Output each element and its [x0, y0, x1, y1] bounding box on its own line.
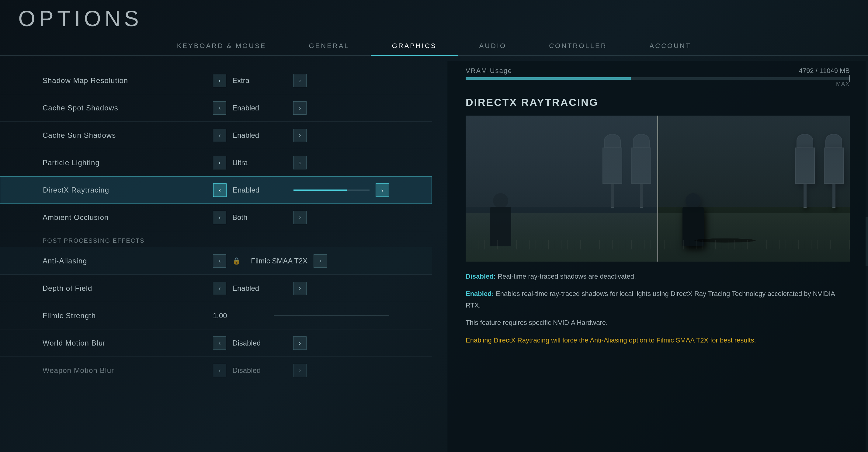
settings-row-particle-lighting: Particle Lighting ‹ Ultra › — [0, 149, 432, 176]
settings-list: Shadow Map Resolution ‹ Extra › Cache Sp… — [0, 61, 432, 390]
page-title: OPTIONS — [18, 6, 142, 31]
settings-row-anti-aliasing: Anti-Aliasing ‹ 🔒 Filmic SMAA T2X › — [0, 247, 432, 275]
cache-sun-shadows-label: Cache Sun Shadows — [42, 131, 213, 140]
directx-raytracing-progress — [293, 189, 370, 191]
tab-account[interactable]: ACCOUNT — [628, 36, 713, 55]
settings-row-world-motion-blur: World Motion Blur ‹ Disabled › — [0, 329, 432, 357]
vram-bar-track — [466, 77, 850, 80]
settings-row-ambient-occlusion: Ambient Occlusion ‹ Both › — [0, 204, 432, 231]
directx-raytracing-section-title: DIRECTX RAYTRACING — [466, 96, 850, 108]
settings-row-cache-spot-shadows: Cache Spot Shadows ‹ Enabled › — [0, 94, 432, 122]
world-motion-blur-current: Disabled — [232, 339, 287, 348]
filmic-strength-slider[interactable] — [274, 315, 389, 316]
desc-disabled-block: Disabled: Real-time ray-traced shadows a… — [466, 271, 850, 282]
ambient-occlusion-value: ‹ Both › — [213, 211, 389, 224]
anti-aliasing-value: ‹ 🔒 Filmic SMAA T2X › — [213, 254, 389, 268]
weapon-motion-blur-value: ‹ Disabled › — [213, 364, 389, 377]
weapon-motion-blur-label: Weapon Motion Blur — [42, 366, 213, 375]
settings-row-shadow-map-resolution: Shadow Map Resolution ‹ Extra › — [0, 67, 432, 94]
settings-row-directx-raytracing[interactable]: DirectX Raytracing ‹ Enabled › — [0, 176, 432, 204]
depth-of-field-label: Depth of Field — [42, 284, 213, 293]
anti-aliasing-prev-btn[interactable]: ‹ — [213, 254, 226, 268]
directx-raytracing-value: ‹ Enabled › — [213, 183, 389, 197]
ambient-occlusion-label: Ambient Occlusion — [42, 213, 213, 222]
desc-note: Enabling DirectX Raytracing will force t… — [466, 335, 850, 346]
depth-of-field-value: ‹ Enabled › — [213, 282, 389, 295]
world-motion-blur-label: World Motion Blur — [42, 339, 213, 348]
comp-left-scene — [466, 116, 657, 262]
cache-spot-shadows-current: Enabled — [232, 104, 287, 112]
comp-right-scene — [658, 116, 850, 262]
world-motion-blur-prev-btn[interactable]: ‹ — [213, 336, 226, 350]
ambient-occlusion-next-btn[interactable]: › — [293, 211, 307, 224]
tab-keyboard-mouse[interactable]: KEYBOARD & MOUSE — [156, 36, 288, 55]
weapon-motion-blur-prev-btn[interactable]: ‹ — [213, 364, 226, 377]
cache-spot-shadows-value: ‹ Enabled › — [213, 101, 389, 115]
settings-row-filmic-strength: Filmic Strength 1.00 — [0, 302, 432, 329]
cache-spot-shadows-label: Cache Spot Shadows — [42, 104, 213, 112]
anti-aliasing-next-btn[interactable]: › — [314, 254, 327, 268]
settings-row-weapon-motion-blur: Weapon Motion Blur ‹ Disabled › — [0, 357, 432, 384]
settings-panel: Shadow Map Resolution ‹ Extra › Cache Sp… — [0, 61, 432, 452]
settings-row-cache-sun-shadows: Cache Sun Shadows ‹ Enabled › — [0, 122, 432, 149]
cache-sun-shadows-next-btn[interactable]: › — [293, 129, 307, 142]
shadow-map-resolution-current: Extra — [232, 77, 287, 85]
cache-sun-shadows-value: ‹ Enabled › — [213, 129, 389, 142]
depth-of-field-prev-btn[interactable]: ‹ — [213, 282, 226, 295]
directx-raytracing-prev-btn[interactable]: ‹ — [213, 183, 226, 197]
depth-of-field-next-btn[interactable]: › — [293, 282, 307, 295]
depth-of-field-current: Enabled — [232, 284, 287, 293]
enabled-text: Enables real-time ray-traced shadows for… — [466, 290, 835, 309]
lock-icon: 🔒 — [232, 257, 241, 265]
anti-aliasing-label: Anti-Aliasing — [42, 257, 213, 265]
anti-aliasing-current: Filmic SMAA T2X — [251, 257, 308, 265]
vram-value: 4792 / 11049 MB — [799, 67, 850, 75]
particle-lighting-label: Particle Lighting — [42, 158, 213, 167]
filmic-strength-current: 1.00 — [213, 311, 268, 320]
desc-warning: This feature requires specific NVIDIA Ha… — [466, 317, 850, 328]
ambient-occlusion-current: Both — [232, 213, 287, 222]
directx-raytracing-current: Enabled — [232, 186, 287, 194]
cache-sun-shadows-prev-btn[interactable]: ‹ — [213, 129, 226, 142]
weapon-motion-blur-next-btn[interactable]: › — [293, 364, 307, 377]
tab-graphics[interactable]: GRAPHICS — [371, 36, 458, 55]
tab-audio[interactable]: AUDIO — [458, 36, 528, 55]
particle-lighting-next-btn[interactable]: › — [293, 156, 307, 170]
cache-spot-shadows-next-btn[interactable]: › — [293, 101, 307, 115]
ambient-occlusion-prev-btn[interactable]: ‹ — [213, 211, 226, 224]
directx-raytracing-progress-fill — [293, 189, 347, 191]
comp-left — [466, 116, 657, 262]
particle-lighting-current: Ultra — [232, 158, 287, 167]
vram-label: VRAM Usage — [466, 67, 512, 75]
cache-sun-shadows-current: Enabled — [232, 131, 287, 140]
filmic-strength-label: Filmic Strength — [42, 311, 213, 320]
shadow-map-resolution-value: ‹ Extra › — [213, 74, 389, 87]
info-panel: VRAM Usage 4792 / 11049 MB MAX DIRECTX R… — [447, 61, 868, 452]
vram-header: VRAM Usage 4792 / 11049 MB — [466, 67, 850, 75]
settings-row-depth-of-field: Depth of Field ‹ Enabled › — [0, 275, 432, 302]
vram-section: VRAM Usage 4792 / 11049 MB MAX — [466, 67, 850, 87]
disabled-text: Real-time ray-traced shadows are deactiv… — [496, 273, 636, 280]
world-motion-blur-next-btn[interactable]: › — [293, 336, 307, 350]
weapon-motion-blur-current: Disabled — [232, 366, 287, 375]
tab-controller[interactable]: CONTROLLER — [528, 36, 628, 55]
particle-lighting-value: ‹ Ultra › — [213, 156, 389, 170]
shadow-map-resolution-prev-btn[interactable]: ‹ — [213, 74, 226, 87]
world-motion-blur-value: ‹ Disabled › — [213, 336, 389, 350]
shadow-map-resolution-next-btn[interactable]: › — [293, 74, 307, 87]
shadow-map-resolution-label: Shadow Map Resolution — [42, 77, 213, 85]
comp-right — [657, 116, 850, 262]
vram-bar-fill — [466, 77, 631, 80]
directx-raytracing-next-btn[interactable]: › — [376, 183, 389, 197]
directx-raytracing-label: DirectX Raytracing — [43, 186, 213, 194]
post-processing-section-header: Post Processing Effects — [0, 231, 432, 247]
cache-spot-shadows-prev-btn[interactable]: ‹ — [213, 101, 226, 115]
particle-lighting-prev-btn[interactable]: ‹ — [213, 156, 226, 170]
tab-general[interactable]: GENERAL — [287, 36, 370, 55]
desc-enabled-block: Enabled: Enables real-time ray-traced sh… — [466, 288, 850, 311]
vram-max-marker — [849, 75, 850, 82]
filmic-strength-value: 1.00 — [213, 311, 389, 320]
disabled-label: Disabled: — [466, 273, 496, 280]
vram-max-label: MAX — [466, 81, 850, 87]
comparison-image — [466, 116, 850, 262]
